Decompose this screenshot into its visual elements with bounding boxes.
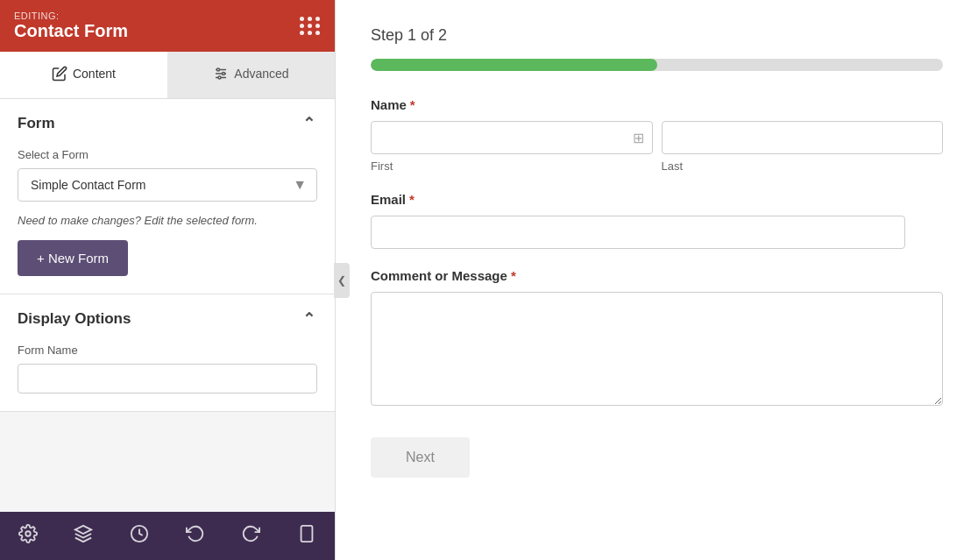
mobile-icon[interactable] xyxy=(297,524,316,548)
email-input[interactable] xyxy=(371,216,905,249)
form-section-body: Select a Form Simple Contact Form Contac… xyxy=(0,148,335,294)
name-fields-row: ⊞ First Last xyxy=(371,121,943,173)
last-name-field: Last xyxy=(662,121,944,173)
editing-title: Contact Form xyxy=(14,21,128,41)
panel-toggle-button[interactable]: ❮ xyxy=(334,263,350,298)
editing-header: EDITING: Contact Form xyxy=(0,0,335,52)
layers-icon[interactable] xyxy=(74,524,93,548)
redo-icon[interactable] xyxy=(241,524,260,548)
display-options-collapse-icon[interactable]: ⌃ xyxy=(300,310,317,328)
email-field-group: Email * xyxy=(371,192,943,249)
display-options-body: Form Name xyxy=(0,344,335,411)
settings-icon[interactable] xyxy=(18,524,38,548)
next-button[interactable]: Next xyxy=(371,437,470,478)
last-name-sub-label: Last xyxy=(662,159,944,173)
svg-point-6 xyxy=(25,531,31,536)
history-icon[interactable] xyxy=(130,524,149,548)
email-required-star: * xyxy=(409,192,415,207)
svg-point-5 xyxy=(218,76,221,79)
first-name-input-wrapper: ⊞ xyxy=(371,121,653,154)
name-label: Name * xyxy=(371,97,943,112)
last-name-input[interactable] xyxy=(662,121,944,154)
form-section-header[interactable]: Form ⌃ xyxy=(0,99,335,148)
email-label: Email * xyxy=(371,192,943,207)
edit-note: Need to make changes? Edit the selected … xyxy=(18,212,317,230)
form-section-collapse-icon[interactable]: ⌃ xyxy=(300,115,317,132)
first-name-input[interactable] xyxy=(371,121,653,154)
svg-marker-7 xyxy=(75,526,91,534)
first-name-field: ⊞ First xyxy=(371,121,653,173)
bottom-toolbar xyxy=(0,512,335,560)
svg-point-3 xyxy=(217,68,220,71)
step-label: Step 1 of 2 xyxy=(371,26,943,45)
message-required-star: * xyxy=(511,268,516,283)
svg-rect-9 xyxy=(301,526,313,542)
select-form-label: Select a Form xyxy=(18,148,317,161)
form-name-label: Form Name xyxy=(18,344,317,357)
form-name-input[interactable] xyxy=(18,364,317,393)
panel-content: Form ⌃ Select a Form Simple Contact Form… xyxy=(0,99,335,512)
form-section: Form ⌃ Select a Form Simple Contact Form… xyxy=(0,99,335,294)
first-name-sub-label: First xyxy=(371,159,653,173)
name-field-icon: ⊞ xyxy=(633,130,644,146)
editing-label: EDITING: xyxy=(14,11,128,21)
message-field-group: Comment or Message * xyxy=(371,268,943,409)
name-field-group: Name * ⊞ First Last xyxy=(371,97,943,173)
tab-content[interactable]: Content xyxy=(0,52,167,98)
name-required-star: * xyxy=(410,97,415,112)
message-textarea[interactable] xyxy=(371,292,943,406)
display-options-section: Display Options ⌃ Form Name xyxy=(0,294,335,412)
form-select-wrapper: Simple Contact Form Contact Form 2 Newsl… xyxy=(18,168,317,202)
progress-fill xyxy=(371,59,657,71)
form-select[interactable]: Simple Contact Form Contact Form 2 Newsl… xyxy=(18,168,317,202)
new-form-button[interactable]: + New Form xyxy=(18,240,128,276)
tab-bar: Content Advanced xyxy=(0,52,335,99)
pencil-icon xyxy=(52,66,67,82)
dots-menu-icon[interactable] xyxy=(300,17,321,35)
message-label: Comment or Message * xyxy=(371,268,943,283)
svg-point-4 xyxy=(223,73,225,75)
tab-advanced[interactable]: Advanced xyxy=(167,52,335,98)
undo-icon[interactable] xyxy=(186,524,205,548)
sliders-icon xyxy=(213,66,229,82)
progress-bar xyxy=(371,59,943,71)
main-content-area: Step 1 of 2 Name * ⊞ First Last Email xyxy=(336,0,978,560)
display-options-header[interactable]: Display Options ⌃ xyxy=(0,294,335,344)
